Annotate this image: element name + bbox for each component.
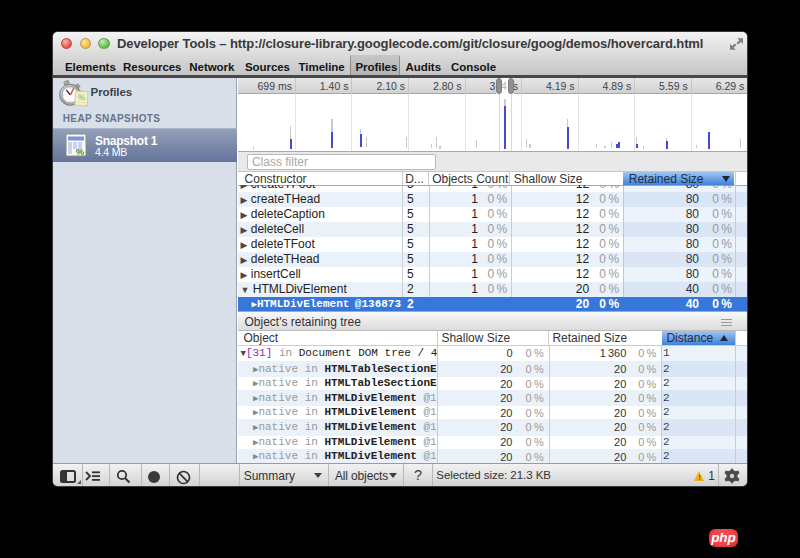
svg-text:%: % (77, 92, 86, 103)
svg-text:%: % (76, 146, 85, 157)
